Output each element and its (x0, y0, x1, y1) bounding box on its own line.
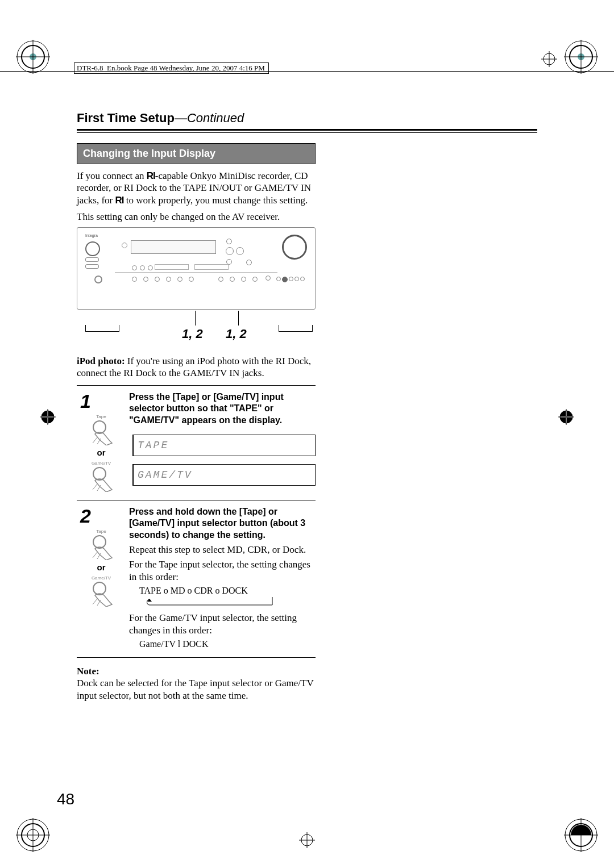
note-heading: Note: (77, 666, 316, 677)
tape-button-icon (87, 420, 115, 445)
step-2: 2 Tape or Game/TV Press and hold down th… (77, 500, 316, 658)
step-2-or: or (77, 562, 126, 572)
gametv-button-icon (87, 467, 115, 492)
note-body: Dock can be selected for the Tape input … (77, 677, 316, 702)
ipod-note: iPod photo: If you're using an iPod phot… (77, 355, 316, 379)
step-2-number: 2 (77, 506, 126, 525)
section-title-main: First Time Setup (77, 111, 175, 125)
registration-mark-br (564, 818, 598, 852)
step-2-heading: Press and hold down the [Tape] or [Game/… (129, 506, 316, 541)
registration-mark-bl (16, 818, 50, 852)
crop-mark-bottom (299, 832, 315, 848)
header-meta-text: DTR-6.8_En.book Page 48 Wednesday, June … (74, 62, 269, 74)
crop-mark-top (541, 51, 557, 67)
section-title-suffix: —Continued (175, 111, 244, 125)
step-1-heading: Press the [Tape] or [Game/TV] input sele… (129, 391, 316, 427)
step-2-body-3: For the Game/TV input selector, the sett… (129, 612, 316, 637)
steps-table: 1 Tape or Game/TV Press the [Tape] or [G… (77, 385, 316, 658)
title-rule (77, 129, 537, 131)
subsection-bar: Changing the Input Display (77, 143, 316, 164)
step-1-button-2-label: Game/TV (77, 461, 126, 466)
step-1: 1 Tape or Game/TV Press the [Tape] or [G… (77, 386, 316, 500)
svg-point-37 (93, 421, 106, 433)
registration-mark-tl (16, 40, 50, 74)
step-2-button-1-label: Tape (77, 529, 126, 534)
page-number: 48 (57, 790, 74, 808)
section-title: First Time Setup—Continued (77, 111, 316, 126)
crop-mark-right (558, 409, 574, 425)
lcd-display-tape: TAPE (132, 435, 316, 456)
ri-symbol: RI (147, 170, 155, 181)
step-1-or: or (77, 448, 126, 457)
registration-mark-tr (564, 40, 598, 74)
step-1-button-1-label: Tape (77, 414, 126, 419)
step-1-number: 1 (77, 391, 126, 411)
intro-paragraph-2: This setting can only be changed on the … (77, 211, 316, 223)
page: DTR-6.8_En.book Page 48 Wednesday, June … (0, 0, 614, 868)
lcd-display-gametv: GAME/TV (132, 464, 316, 486)
step-2-button-2-label: Game/TV (77, 575, 126, 581)
step-2-body-2: For the Tape input selector, the setting… (129, 558, 316, 583)
svg-point-38 (93, 468, 106, 480)
figure-label-2: 1, 2 (226, 327, 247, 341)
cycle-return-arrow (144, 597, 275, 608)
gametv-button-icon (87, 582, 115, 607)
step-2-body-1: Repeat this step to select MD, CDR, or D… (129, 544, 316, 556)
figure-label-1: 1, 2 (182, 327, 203, 341)
tape-button-icon (87, 535, 115, 560)
receiver-diagram: Integra (77, 227, 316, 310)
cycle-sequence-1: TAPE o MD o CDR o DOCK (129, 586, 316, 596)
figure-callouts: 1, 2 1, 2 (77, 311, 316, 345)
header-meta: DTR-6.8_En.book Page 48 Wednesday, June … (74, 62, 269, 74)
ipod-note-bold: iPod photo: (77, 356, 125, 366)
cycle-sequence-2: Game/TV l DOCK (129, 639, 316, 649)
intro-paragraph-1: If you connect an RI-capable Onkyo MiniD… (77, 170, 316, 206)
svg-point-39 (93, 536, 106, 548)
ri-symbol: RI (115, 195, 124, 206)
svg-point-40 (93, 582, 106, 595)
crop-mark-left (40, 409, 56, 425)
